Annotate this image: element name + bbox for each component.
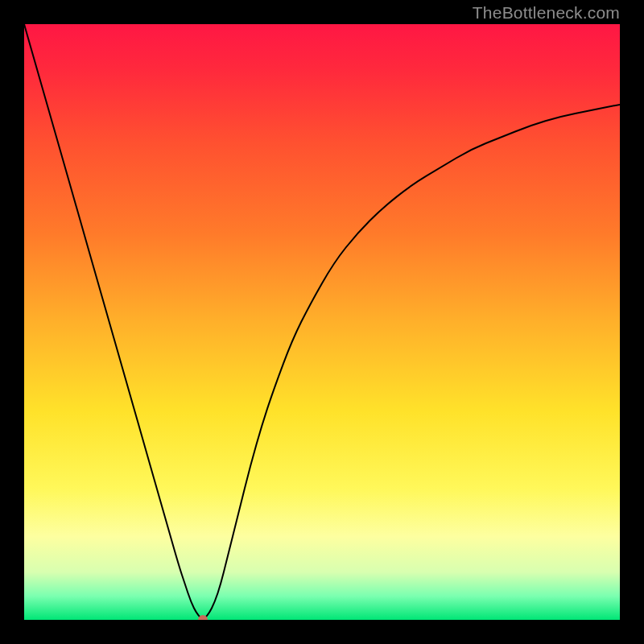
bottleneck-chart xyxy=(24,24,620,620)
chart-background xyxy=(24,24,620,620)
watermark-text: TheBottleneck.com xyxy=(473,3,620,23)
chart-frame xyxy=(24,24,620,620)
